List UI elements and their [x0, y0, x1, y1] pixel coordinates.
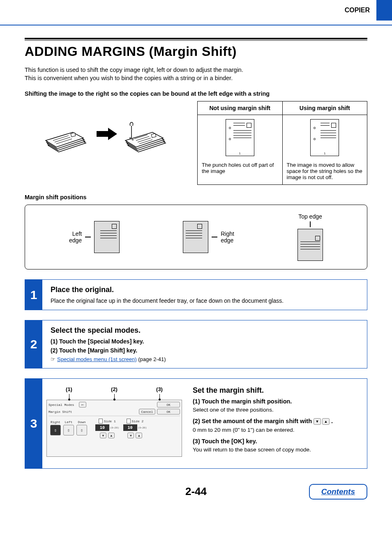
step-1: 1 Place the original. Place the original… — [25, 279, 367, 310]
side2-range: (0~20) — [138, 426, 147, 429]
opt-right-label: Right — [51, 420, 60, 424]
mini-page-no-shift: 1 — [226, 119, 254, 156]
step-1-title: Place the original. — [51, 286, 359, 294]
sub-2-b: (2) Set the amount of the margin shift w… — [193, 418, 359, 425]
side2-value: 10 — [123, 424, 137, 431]
panel-back-button[interactable]: ⟵ — [79, 402, 86, 408]
ref-page: (page 2-41) — [137, 356, 166, 362]
section-header: COPIER — [345, 2, 376, 18]
sub-1-b: (1) Touch the margin shift position. — [193, 398, 359, 405]
compare-header-shift: Using margin shift — [283, 101, 367, 115]
title-rule — [25, 38, 367, 41]
panel-special-label: Special Modes — [48, 403, 77, 407]
sub-3-d: You will return to the base screen of co… — [193, 447, 311, 453]
page-title: ADDING MARGINS (Margin Shift) — [25, 44, 367, 59]
step-3-title: Set the margin shift. — [193, 386, 359, 395]
comparison-table: Not using margin shift 1 The punch ho — [197, 101, 367, 185]
sub-1-d: Select one of the three positions. — [193, 407, 274, 413]
special-modes-link[interactable]: Special modes menu (1st screen) — [57, 356, 137, 362]
side1-value: 10 — [95, 424, 109, 431]
step-3: 3 (1) (2) (3) Special Modes ⟵ OK — [25, 378, 367, 469]
panel-margin-label: Margin Shift — [48, 410, 77, 414]
sub-3-b: (3) Touch the [OK] key. — [193, 438, 359, 444]
intro-line-2: This is convenient when you wish to bind… — [25, 75, 367, 81]
panel-cancel-button[interactable]: Cancel — [139, 409, 155, 415]
opt-left-button[interactable]: ▯ — [63, 425, 74, 435]
header-rule — [0, 25, 392, 25]
step-1-desc: Place the original face up in the docume… — [51, 297, 359, 304]
sub-2-d: 0 mm to 20 mm (0" to 1") can be entered. — [193, 427, 294, 433]
step-1-number: 1 — [25, 280, 42, 310]
compare-text-shift: The image is moved to allow space for th… — [287, 162, 363, 180]
callout-2: (2) — [111, 386, 118, 392]
arrow-right-icon — [97, 128, 117, 140]
pos-top-label: Top edge — [298, 213, 322, 220]
step-2-title: Select the special modes. — [51, 326, 359, 335]
compare-text-no-shift: The punch holes cut off part of the imag… — [202, 162, 278, 174]
svg-point-20 — [132, 139, 134, 140]
page-number: 2-44 — [185, 485, 207, 498]
positions-heading: Margin shift positions — [25, 194, 367, 200]
panel-ok-top-button[interactable]: OK — [157, 402, 180, 408]
side1-icon — [99, 419, 103, 424]
side1-up-button[interactable]: ▲ — [108, 433, 115, 438]
svg-point-19 — [129, 138, 131, 138]
positions-diagram: Leftedge Rightedge Top edge — [25, 205, 367, 269]
opt-down-button[interactable]: ▯ — [76, 425, 87, 435]
binding-illustration — [25, 101, 189, 154]
side1-down-button[interactable]: ▼ — [100, 433, 106, 438]
opt-left-label: Left — [65, 420, 72, 424]
side2-icon — [127, 419, 131, 424]
step-2-item-1: (1) Touch the [Special Modes] key. — [51, 338, 359, 345]
side1-label: Side 1 — [104, 419, 116, 423]
touch-panel: Special Modes ⟵ OK Margin Shift Cancel O… — [46, 400, 182, 457]
intro-line-1: This function is used to shift the copy … — [25, 67, 367, 73]
contents-button[interactable]: Contents — [309, 484, 367, 500]
svg-marker-9 — [97, 128, 117, 140]
mini-page-shift: 1 — [310, 119, 339, 156]
example-heading: Shifting the image to the right so the c… — [25, 90, 367, 97]
side1-range: (0~20) — [110, 426, 119, 429]
reference-icon: ☞ — [51, 356, 55, 362]
opt-down-label: Down — [78, 420, 85, 424]
inline-up-icon: ▲ — [322, 418, 330, 425]
compare-header-no-shift: Not using margin shift — [198, 101, 282, 115]
opt-right-button[interactable]: ▯ — [50, 425, 61, 435]
step-2: 2 Select the special modes. (1) Touch th… — [25, 320, 367, 368]
step-2-number: 2 — [25, 320, 42, 368]
callout-1: (1) — [66, 386, 72, 392]
inline-down-icon: ▼ — [314, 418, 321, 425]
pos-left-label: Leftedge — [69, 230, 82, 244]
side2-up-button[interactable]: ▲ — [136, 433, 142, 438]
pos-right-label: Rightedge — [221, 230, 234, 244]
side2-label: Side 2 — [132, 419, 144, 423]
step-3-number: 3 — [25, 379, 42, 468]
callout-3: (3) — [156, 386, 163, 392]
side2-down-button[interactable]: ▼ — [127, 433, 134, 438]
header-color-block — [376, 0, 392, 21]
step-2-item-2: (2) Touch the [Margin Shift] key. — [51, 347, 359, 354]
panel-ok-button[interactable]: OK — [157, 409, 180, 415]
